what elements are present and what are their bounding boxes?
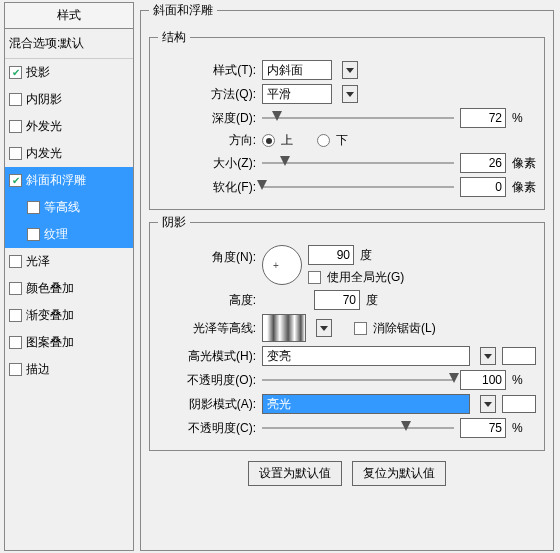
shadow-opacity-slider[interactable] [262,419,454,437]
style-checkbox[interactable] [9,147,22,160]
sidebar-title: 样式 [5,3,133,29]
sidebar-item-label: 斜面和浮雕 [26,172,86,189]
shadow-mode-select[interactable]: 亮光 [262,394,470,414]
sidebar-item[interactable]: 渐变叠加 [5,302,133,329]
global-light-checkbox[interactable] [308,271,321,284]
sidebar-item[interactable]: 描边 [5,356,133,383]
angle-label: 角度(N): [158,245,256,266]
size-unit: 像素 [512,155,536,172]
sidebar-item-label: 纹理 [44,226,68,243]
direction-up-label: 上 [281,132,293,149]
sidebar-item-label: 外发光 [26,118,62,135]
depth-input[interactable]: 72 [460,108,506,128]
style-checkbox[interactable] [9,174,22,187]
depth-slider[interactable] [262,109,454,127]
antialias-label: 消除锯齿(L) [373,320,436,337]
direction-down-radio[interactable] [317,134,330,147]
sidebar-item-label: 图案叠加 [26,334,74,351]
direction-label: 方向: [158,132,256,149]
altitude-input[interactable]: 70 [314,290,360,310]
style-checkbox[interactable] [9,93,22,106]
chevron-down-icon[interactable] [480,395,496,413]
method-select[interactable]: 平滑 [262,84,332,104]
highlight-mode-label: 高光模式(H): [158,348,256,365]
depth-label: 深度(D): [158,110,256,127]
sidebar-item-label: 投影 [26,64,50,81]
shadow-color-swatch[interactable] [502,395,536,413]
sidebar-item[interactable]: 内阴影 [5,86,133,113]
style-checkbox[interactable] [27,201,40,214]
structure-legend: 结构 [158,29,190,46]
sidebar-item-label: 光泽 [26,253,50,270]
chevron-down-icon[interactable] [342,85,358,103]
sidebar-item-label: 描边 [26,361,50,378]
style-checkbox[interactable] [9,66,22,79]
shading-group: 阴影 角度(N): 90 度 使用全局光(G) 高度: [149,214,545,451]
shadow-opacity-input[interactable]: 75 [460,418,506,438]
chevron-down-icon[interactable] [480,347,496,365]
sidebar-item[interactable]: 等高线 [5,194,133,221]
soften-unit: 像素 [512,179,536,196]
angle-dial[interactable] [262,245,302,285]
highlight-color-swatch[interactable] [502,347,536,365]
soften-label: 软化(F): [158,179,256,196]
shadow-opacity-unit: % [512,421,536,435]
sidebar-item-label: 内发光 [26,145,62,162]
style-checkbox[interactable] [9,336,22,349]
sidebar-item[interactable]: 纹理 [5,221,133,248]
sidebar-item[interactable]: 投影 [5,59,133,86]
sidebar-item[interactable]: 光泽 [5,248,133,275]
altitude-label: 高度: [158,292,256,309]
size-input[interactable]: 26 [460,153,506,173]
gloss-label: 光泽等高线: [158,320,256,337]
style-checkbox[interactable] [9,255,22,268]
highlight-opacity-label: 不透明度(O): [158,372,256,389]
angle-input[interactable]: 90 [308,245,354,265]
blend-options[interactable]: 混合选项:默认 [5,29,133,59]
sidebar-item-label: 颜色叠加 [26,280,74,297]
style-checkbox[interactable] [9,120,22,133]
highlight-opacity-unit: % [512,373,536,387]
style-checkbox[interactable] [9,282,22,295]
soften-input[interactable]: 0 [460,177,506,197]
angle-unit: 度 [360,247,372,264]
method-label: 方法(Q): [158,86,256,103]
panel-title: 斜面和浮雕 [149,2,217,19]
highlight-opacity-input[interactable]: 100 [460,370,506,390]
soften-slider[interactable] [262,178,454,196]
global-light-label: 使用全局光(G) [327,269,404,286]
chevron-down-icon[interactable] [342,61,358,79]
style-label: 样式(T): [158,62,256,79]
sidebar-item-label: 渐变叠加 [26,307,74,324]
sidebar-item[interactable]: 颜色叠加 [5,275,133,302]
depth-unit: % [512,111,536,125]
shading-legend: 阴影 [158,214,190,231]
altitude-unit: 度 [366,292,378,309]
chevron-down-icon[interactable] [316,319,332,337]
highlight-opacity-slider[interactable] [262,371,454,389]
sidebar-item[interactable]: 斜面和浮雕 [5,167,133,194]
style-sidebar: 样式 混合选项:默认 投影内阴影外发光内发光斜面和浮雕等高线纹理光泽颜色叠加渐变… [4,2,134,551]
sidebar-item-label: 等高线 [44,199,80,216]
bevel-panel: 斜面和浮雕 结构 样式(T): 内斜面 方法(Q): 平滑 深度(D): 72 … [140,2,554,551]
reset-default-button[interactable]: 复位为默认值 [352,461,446,486]
sidebar-item-label: 内阴影 [26,91,62,108]
style-checkbox[interactable] [9,363,22,376]
size-label: 大小(Z): [158,155,256,172]
size-slider[interactable] [262,154,454,172]
highlight-mode-select[interactable]: 变亮 [262,346,470,366]
style-checkbox[interactable] [27,228,40,241]
sidebar-item[interactable]: 内发光 [5,140,133,167]
style-select[interactable]: 内斜面 [262,60,332,80]
sidebar-item[interactable]: 外发光 [5,113,133,140]
make-default-button[interactable]: 设置为默认值 [248,461,342,486]
antialias-checkbox[interactable] [354,322,367,335]
style-checkbox[interactable] [9,309,22,322]
footer: 设置为默认值 复位为默认值 [149,455,545,492]
direction-up-radio[interactable] [262,134,275,147]
gloss-contour-picker[interactable] [262,314,306,342]
sidebar-item[interactable]: 图案叠加 [5,329,133,356]
shadow-opacity-label: 不透明度(C): [158,420,256,437]
structure-group: 结构 样式(T): 内斜面 方法(Q): 平滑 深度(D): 72 % 方向: [149,29,545,210]
shadow-mode-label: 阴影模式(A): [158,396,256,413]
